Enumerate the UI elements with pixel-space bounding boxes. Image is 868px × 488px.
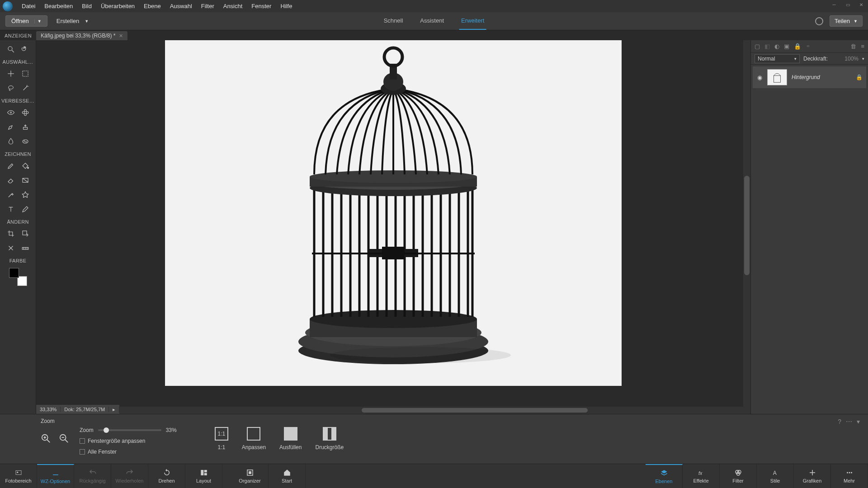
- open-dropdown-icon[interactable]: ▼: [34, 19, 42, 23]
- undo-button[interactable]: Rückgängig: [74, 464, 111, 488]
- zoom-slider-knob[interactable]: [104, 427, 109, 433]
- vertical-scrollbar-thumb[interactable]: [744, 176, 750, 275]
- zoom-fit-button[interactable]: Anpassen: [242, 427, 266, 450]
- horizontal-scrollbar-thumb[interactable]: [362, 408, 588, 413]
- menu-ebene[interactable]: Ebene: [139, 0, 165, 12]
- help-icon[interactable]: ?: [838, 418, 841, 425]
- options-collapse-icon[interactable]: ▾: [857, 418, 860, 425]
- status-arrow-icon[interactable]: ▸: [109, 407, 119, 413]
- open-button[interactable]: Öffnen ▼: [5, 15, 47, 27]
- effects-panel-button[interactable]: fxEffekte: [683, 464, 720, 488]
- more-panel-button[interactable]: Mehr: [831, 464, 868, 488]
- link-layer-icon[interactable]: ⚭: [806, 43, 811, 50]
- document-tab-close-icon[interactable]: ✕: [119, 33, 123, 39]
- menu-ueberarbeiten[interactable]: Überarbeiten: [96, 0, 139, 12]
- tool-options-button[interactable]: WZ-Optionen: [37, 464, 74, 488]
- minimize-icon[interactable]: ─: [827, 0, 841, 9]
- gradient-tool-icon[interactable]: [19, 174, 31, 186]
- layer-visibility-icon[interactable]: ◉: [756, 74, 763, 81]
- eraser-tool-icon[interactable]: [5, 174, 17, 186]
- lock-layer-icon[interactable]: 🔒: [794, 43, 801, 50]
- content-aware-tool-icon[interactable]: [5, 242, 17, 254]
- zoom-1to1-button[interactable]: 1:11:1: [215, 427, 228, 450]
- foreground-swatch[interactable]: [9, 268, 19, 278]
- new-layer-icon[interactable]: ▢: [755, 43, 760, 50]
- fit-window-checkbox[interactable]: Fenstergröße anpassen: [80, 438, 177, 444]
- layer-group-icon[interactable]: ◧: [764, 43, 770, 50]
- filters-panel-button[interactable]: Filter: [720, 464, 757, 488]
- tab-guided[interactable]: Assistent: [418, 12, 446, 30]
- adjustment-layer-icon[interactable]: ◐: [774, 43, 779, 50]
- recompose-tool-icon[interactable]: [19, 228, 31, 239]
- menu-auswahl[interactable]: Auswahl: [165, 0, 197, 12]
- menu-datei[interactable]: Datei: [17, 0, 40, 12]
- options-menu-icon[interactable]: ⋯: [846, 418, 852, 425]
- share-label: Teilen: [835, 18, 850, 24]
- menu-ansicht[interactable]: Ansicht: [219, 0, 247, 12]
- close-icon[interactable]: ✕: [854, 0, 868, 9]
- tab-expert[interactable]: Erweitert: [459, 12, 486, 30]
- clone-stamp-tool-icon[interactable]: [19, 121, 31, 133]
- zoom-out-icon[interactable]: [59, 433, 69, 443]
- hand-tool-icon[interactable]: [19, 43, 31, 55]
- pencil-tool-icon[interactable]: [19, 203, 31, 215]
- straighten-tool-icon[interactable]: [19, 242, 31, 254]
- layout-button[interactable]: Layout: [185, 464, 222, 488]
- organizer-button[interactable]: Organizer: [231, 464, 269, 488]
- theme-toggle-icon[interactable]: [815, 17, 823, 25]
- share-button[interactable]: Teilen ▼: [830, 15, 863, 27]
- shape-tool-icon[interactable]: [19, 189, 31, 201]
- rotate-button[interactable]: Drehen: [148, 464, 185, 488]
- brush-tool-icon[interactable]: [5, 160, 17, 172]
- marquee-tool-icon[interactable]: [19, 68, 31, 80]
- panel-menu-icon[interactable]: ≡: [861, 43, 864, 50]
- horizontal-scrollbar[interactable]: 33,33% Dok: 25,7M/25,7M ▸: [36, 407, 750, 414]
- eyedropper-tool-icon[interactable]: [5, 189, 17, 201]
- move-tool-icon[interactable]: [5, 68, 17, 80]
- styles-panel-button[interactable]: AStile: [757, 464, 794, 488]
- smart-brush-tool-icon[interactable]: [5, 121, 17, 133]
- menu-hilfe[interactable]: Hilfe: [276, 0, 297, 12]
- svg-rect-77: [201, 470, 203, 475]
- magic-wand-tool-icon[interactable]: [19, 82, 31, 94]
- crop-tool-icon[interactable]: [5, 228, 17, 239]
- zoom-slider[interactable]: [98, 429, 161, 431]
- sponge-tool-icon[interactable]: [19, 136, 31, 147]
- eye-tool-icon[interactable]: [5, 107, 17, 118]
- document-tab[interactable]: Käfig.jpeg bei 33,3% (RGB/8) * ✕: [36, 31, 127, 40]
- blur-tool-icon[interactable]: [5, 136, 17, 147]
- zoom-fill-button[interactable]: Ausfüllen: [279, 427, 302, 450]
- create-button[interactable]: Erstellen ▼: [57, 18, 89, 24]
- blend-mode-select[interactable]: Normal ▾: [755, 54, 800, 63]
- layer-lock-icon[interactable]: 🔒: [856, 74, 863, 80]
- svg-text:A: A: [773, 470, 776, 476]
- zoom-tool-icon[interactable]: [5, 43, 17, 55]
- menu-bild[interactable]: Bild: [77, 0, 96, 12]
- color-swatches[interactable]: [9, 268, 27, 286]
- zoom-in-icon[interactable]: [41, 433, 51, 443]
- photo-bin-button[interactable]: Fotobereich: [0, 464, 37, 488]
- graphics-panel-button[interactable]: Grafiken: [794, 464, 831, 488]
- lasso-tool-icon[interactable]: [5, 82, 17, 94]
- vertical-scrollbar[interactable]: [743, 40, 750, 407]
- layer-row[interactable]: ◉ Hintergrund 🔒: [753, 66, 866, 88]
- mask-icon[interactable]: ▣: [784, 43, 789, 50]
- home-button[interactable]: Start: [269, 464, 306, 488]
- delete-layer-icon[interactable]: 🗑: [850, 43, 856, 50]
- tab-quick[interactable]: Schnell: [382, 12, 405, 30]
- menu-fenster[interactable]: Fenster: [247, 0, 276, 12]
- spot-heal-tool-icon[interactable]: [19, 107, 31, 118]
- opacity-dropdown-icon[interactable]: ▾: [862, 56, 864, 61]
- menu-filter[interactable]: Filter: [197, 0, 219, 12]
- redo-button[interactable]: Wiederholen: [111, 464, 148, 488]
- svg-rect-81: [249, 471, 251, 474]
- layer-thumbnail[interactable]: [767, 69, 787, 85]
- all-windows-checkbox[interactable]: Alle Fenster: [80, 449, 177, 455]
- document-canvas[interactable]: [165, 40, 622, 386]
- paint-bucket-tool-icon[interactable]: [19, 160, 31, 172]
- menu-bearbeiten[interactable]: Bearbeiten: [40, 0, 77, 12]
- layers-panel-button[interactable]: Ebenen: [646, 464, 683, 488]
- zoom-print-button[interactable]: Druckgröße: [315, 427, 344, 450]
- text-tool-icon[interactable]: [5, 203, 17, 215]
- maximize-icon[interactable]: ▭: [841, 0, 854, 9]
